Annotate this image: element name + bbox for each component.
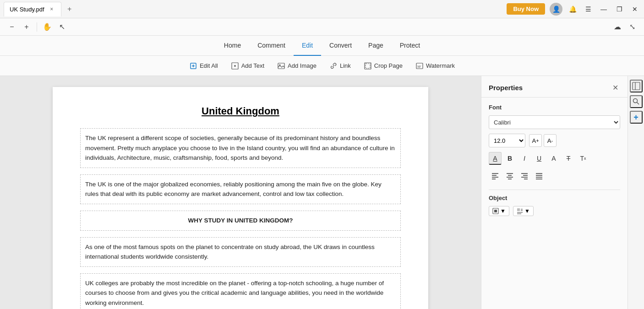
sidebar-search-icon[interactable]: [630, 95, 643, 108]
font-section-label: Font: [489, 104, 620, 111]
tab-uk-study[interactable]: UK Study.pdf ×: [4, 2, 61, 16]
notification-icon[interactable]: 🔔: [565, 3, 580, 16]
tab-area: UK Study.pdf × +: [4, 0, 75, 18]
new-tab-button[interactable]: +: [64, 4, 75, 15]
add-text-label: Add Text: [241, 62, 264, 69]
nav-home[interactable]: Home: [216, 36, 249, 56]
font-name-row: Calibri: [489, 115, 620, 129]
align-justify-button[interactable]: [533, 169, 546, 182]
bold-format-button[interactable]: B: [503, 152, 516, 165]
select-icon: ↖: [59, 22, 65, 31]
crop-page-label: Crop Page: [374, 62, 403, 69]
svg-rect-35: [633, 82, 640, 90]
edit-all-button[interactable]: Edit All: [185, 60, 223, 72]
align-buttons-row: [489, 169, 620, 182]
hand-tool-button[interactable]: ✋: [41, 21, 54, 33]
font-size-row: 12.0 A+ A-: [489, 134, 620, 147]
pdf-section1-title: WHY STUDY IN UNITED KINGDOM?: [80, 211, 401, 231]
font-size-increase-button[interactable]: A+: [529, 134, 542, 147]
pdf-paragraph-2: The UK is one of the major globalized ec…: [80, 174, 401, 204]
object-row: ▼ ▼: [489, 206, 620, 216]
properties-panel: Properties ✕ Font Calibri 12.0 A+ A-: [481, 76, 628, 309]
align-center-button[interactable]: [503, 169, 516, 182]
nav-page[interactable]: Page: [360, 36, 392, 56]
pdf-paragraph-3: As one of the most famous spots on the p…: [80, 237, 401, 267]
object-position-button[interactable]: ▼: [489, 206, 509, 216]
properties-header: Properties ✕: [481, 76, 628, 98]
link-button[interactable]: Link: [325, 60, 355, 72]
pdf-area: United Kingdom The UK represent a differ…: [0, 76, 481, 309]
zoom-toolbar: − + ✋ ↖ ☁ ⤡: [0, 18, 644, 36]
tab-label: UK Study.pdf: [10, 6, 44, 13]
align-right-button[interactable]: [518, 169, 531, 182]
right-sidebar: +: [628, 76, 644, 309]
buy-now-button[interactable]: Buy Now: [507, 3, 545, 15]
nav-edit[interactable]: Edit: [294, 36, 321, 56]
title-bar: UK Study.pdf × + Buy Now 👤 🔔 ☰ — ❐ ✕: [0, 0, 644, 18]
font-size-buttons: A+ A-: [529, 134, 557, 147]
svg-rect-8: [366, 64, 370, 68]
text-color-button[interactable]: A: [547, 152, 560, 165]
object-section-label: Object: [489, 195, 620, 201]
nav-convert[interactable]: Convert: [321, 36, 360, 56]
zoom-out-button[interactable]: −: [5, 21, 18, 33]
add-text-button[interactable]: Add Text: [226, 60, 269, 72]
window-controls: Buy Now 👤 🔔 ☰ — ❐ ✕: [507, 0, 644, 18]
zoom-in-button[interactable]: +: [20, 21, 33, 33]
font-name-select[interactable]: Calibri: [489, 115, 620, 129]
watermark-label: Watermark: [426, 62, 455, 69]
link-icon: [329, 62, 338, 70]
edit-all-label: Edit All: [200, 62, 218, 69]
cloud-icon-button[interactable]: ☁: [611, 21, 624, 33]
pdf-page: United Kingdom The UK represent a differ…: [53, 87, 428, 309]
link-label: Link: [340, 62, 351, 69]
add-image-button[interactable]: Add Image: [273, 60, 321, 72]
strikethrough-button[interactable]: T: [562, 152, 575, 165]
crop-page-icon: [364, 62, 372, 70]
svg-rect-6: [278, 63, 284, 69]
select-tool-button[interactable]: ↖: [55, 21, 68, 33]
svg-line-38: [637, 103, 639, 105]
minimize-button[interactable]: —: [596, 3, 611, 16]
format-buttons-row: A B I U A T Tx: [489, 152, 620, 165]
align-left-button[interactable]: [489, 169, 502, 182]
toolbar-right: ☁ ⤡: [611, 21, 639, 33]
nav-bar: Home Comment Edit Convert Page Protect: [0, 36, 644, 56]
prop-divider: [489, 190, 620, 190]
main-layout: United Kingdom The UK represent a differ…: [0, 76, 644, 309]
superscript-button[interactable]: Tx: [577, 152, 589, 165]
underline-text-button[interactable]: U: [533, 152, 546, 165]
properties-title: Properties: [489, 84, 523, 92]
svg-rect-29: [494, 210, 497, 212]
svg-rect-30: [517, 208, 520, 211]
toolbar-left: − + ✋ ↖: [5, 21, 68, 33]
menu-icon[interactable]: ☰: [581, 3, 595, 16]
restore-button[interactable]: ❐: [612, 3, 627, 16]
hand-icon: ✋: [43, 22, 52, 31]
expand-icon-button[interactable]: ⤡: [626, 21, 639, 33]
properties-close-button[interactable]: ✕: [610, 82, 620, 92]
object-wrap-button[interactable]: ▼: [513, 206, 534, 216]
watermark-icon: W: [415, 62, 424, 70]
toolbar-divider: [37, 22, 37, 32]
add-image-icon: [277, 62, 285, 70]
sidebar-add-icon[interactable]: +: [630, 111, 643, 124]
nav-comment[interactable]: Comment: [249, 36, 294, 56]
italic-format-button[interactable]: I: [518, 152, 531, 165]
underline-format-button[interactable]: A: [489, 152, 502, 165]
edit-all-icon: [189, 62, 197, 70]
pdf-title: United Kingdom: [80, 105, 401, 117]
properties-body: Font Calibri 12.0 A+ A- A B: [481, 98, 628, 222]
nav-protect[interactable]: Protect: [392, 36, 428, 56]
svg-point-37: [633, 99, 637, 103]
font-size-decrease-button[interactable]: A-: [544, 134, 557, 147]
tab-close-button[interactable]: ×: [48, 5, 55, 13]
user-avatar[interactable]: 👤: [550, 3, 562, 16]
add-text-icon: [231, 62, 239, 70]
svg-text:W: W: [417, 65, 421, 69]
close-button[interactable]: ✕: [628, 3, 642, 16]
sidebar-panel-icon[interactable]: [630, 80, 643, 92]
crop-page-button[interactable]: Crop Page: [359, 60, 407, 72]
watermark-button[interactable]: W Watermark: [411, 60, 459, 72]
font-size-select[interactable]: 12.0: [489, 134, 525, 147]
